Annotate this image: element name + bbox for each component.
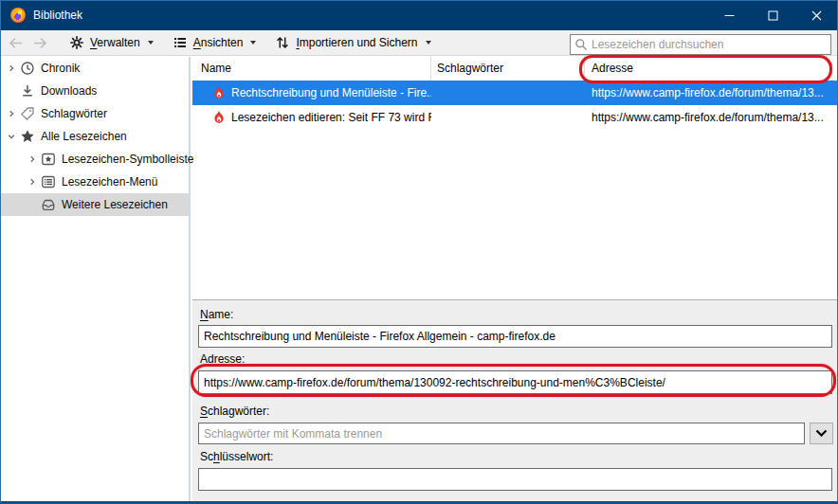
bookmark-name: Rechtschreibung und Menüleiste - Fire... [231,86,431,99]
chevron-right-icon[interactable] [5,63,18,73]
forward-icon [32,36,48,50]
minimize-icon [724,10,735,21]
sidebar-item-lesezeichen-symbolleiste[interactable]: Lesezeichen-Symbolleiste [1,148,189,171]
table-header: Name Schlagwörter Adresse [192,56,837,81]
column-header-schlagwoerter[interactable]: Schlagwörter [431,56,585,81]
bookmark-tags [431,81,585,105]
verwalten-label: Verwalten [90,36,140,49]
sidebar-item-label: Lesezeichen-Menü [62,175,157,189]
bookmark-toolbar-icon [41,152,56,167]
bookmark-tags [431,105,585,130]
sidebar-item-label: Downloads [41,84,97,98]
sidebar-item-label: Weitere Lesezeichen [62,198,168,211]
search-input[interactable] [588,37,827,52]
bookmark-url: https://www.camp-firefox.de/forum/thema/… [585,81,837,105]
window-controls [707,0,838,30]
maximize-button[interactable] [751,0,794,30]
column-header-name[interactable]: Name [192,56,431,81]
other-bookmarks-icon [41,197,56,212]
bookmark-menu-icon [41,174,56,189]
flame-favicon-icon [211,110,227,125]
schluesselwort-field[interactable] [198,468,832,491]
chevron-down-icon[interactable] [5,132,18,141]
schlagwoerter-field[interactable] [198,423,805,444]
gear-icon [69,35,84,50]
bookmark-name: Lesezeichen editieren: Seit FF 73 wird F… [231,111,431,124]
adresse-field-label: Adresse: [200,352,245,366]
bookmark-url: https://www.camp-firefox.de/forum/thema/… [585,105,837,130]
sidebar-item-weitere-lesezeichen[interactable]: Weitere Lesezeichen [1,193,189,216]
importieren-und-sichern-menu-button[interactable]: Importieren und Sichern [269,32,436,53]
firefox-logo-icon [10,8,26,23]
sidebar-item-lesezeichen-menue[interactable]: Lesezeichen-Menü [1,171,189,193]
sidebar-item-schlagwoerter[interactable]: Schlagwörter [1,102,189,125]
chevron-down-icon [250,41,256,45]
list-icon [173,35,188,50]
flame-favicon-icon [211,85,227,100]
titlebar: Bibliothek [0,0,838,30]
sidebar-item-label: Schlagwörter [41,107,107,120]
library-window: Bibliothek [0,0,838,504]
table-row[interactable]: Lesezeichen editieren: Seit FF 73 wird F… [192,105,837,130]
sidebar-item-label: Lesezeichen-Symbolleiste [62,153,193,166]
chevron-right-icon[interactable] [26,154,39,164]
schluesselwort-field-label: Schlüsselwort: [200,450,273,463]
table-row[interactable]: Rechtschreibung und Menüleiste - Fire...… [192,81,837,105]
tag-icon [20,106,35,121]
sidebar: Chronik Downloads Schlagwörter Alle Lese… [1,57,191,501]
download-icon [20,83,35,99]
chevron-right-icon[interactable] [26,177,39,187]
ansichten-menu-button[interactable]: Ansichten [167,32,263,53]
clock-icon [20,61,35,76]
schlagwoerter-field-label: Schlagwörter: [200,405,269,418]
ansichten-label: Ansichten [193,36,244,49]
star-icon [20,129,35,144]
toolbar-menus: Verwalten Ansichten [64,32,437,53]
close-button[interactable] [794,0,838,30]
close-icon [811,10,822,21]
chevron-down-icon [148,41,154,45]
sidebar-item-label: Alle Lesezeichen [41,130,127,143]
bookmark-details-pane: Name: Adresse: Schlagwörter: Schlüsselwo… [192,299,837,501]
verwalten-menu-button[interactable]: Verwalten [64,32,159,53]
search-icon [574,38,588,51]
column-header-adresse[interactable]: Adresse [585,56,837,81]
maximize-icon [768,10,778,21]
chevron-down-icon [815,429,828,438]
sidebar-item-chronik[interactable]: Chronik [1,57,189,80]
search-box [570,34,831,55]
minimize-button[interactable] [707,0,751,30]
bookmarks-table: Name Schlagwörter Adresse Rechtschreibun… [192,56,837,299]
window-title: Bibliothek [33,9,82,22]
back-button[interactable] [5,31,26,54]
name-field[interactable] [198,325,832,348]
chevron-right-icon[interactable] [5,109,18,118]
import-export-icon [275,35,290,50]
sidebar-item-alle-lesezeichen[interactable]: Alle Lesezeichen [1,125,189,148]
back-icon [8,36,24,50]
sidebar-item-label: Chronik [41,62,80,75]
forward-button[interactable] [29,31,50,54]
importieren-label: Importieren und Sichern [296,36,417,49]
adresse-field[interactable] [198,370,832,394]
schlagwoerter-dropdown-button[interactable] [810,423,833,444]
chevron-down-icon [426,41,431,45]
sidebar-item-downloads[interactable]: Downloads [1,80,189,102]
name-field-label: Name: [200,308,233,321]
toolbar: Verwalten Ansichten [1,30,837,56]
